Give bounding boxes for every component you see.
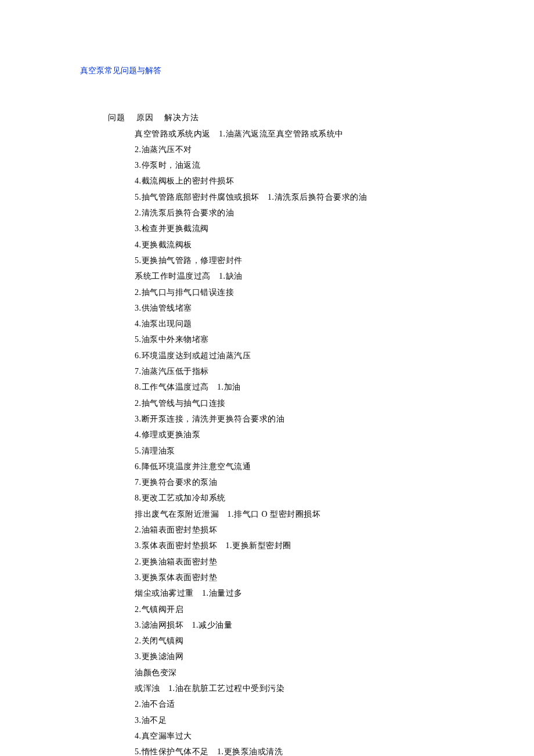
content-line: 5.更换抽气管路，修理密封件 [135,253,499,268]
content-line: 2.油蒸汽压不对 [135,142,499,157]
content-line: 3.断开泵连接，清洗并更换符合要求的油 [135,411,499,427]
content-line: 5.油泵中外来物堵塞 [135,332,499,347]
content-line: 油颜色变深 [135,665,499,681]
content-line: 4.更换截流阀板 [135,237,499,253]
content-line: 烟尘或油雾过重 1.油量过多 [135,585,499,601]
col-solution: 解决方法 [164,113,199,122]
content-line: 4.油泵出现问题 [135,316,499,332]
content-line: 3.更换滤油网 [135,649,499,664]
content-line: 4.真空漏率过大 [135,728,499,744]
content-line: 4.修理或更换油泵 [135,427,499,442]
content-line: 8.工作气体温度过高 1.加油 [135,379,499,395]
content-line: 6.降低环境温度并注意空气流通 [135,459,499,474]
content-line: 7.油蒸汽压低于指标 [135,363,499,379]
content-line: 8.更改工艺或加冷却系统 [135,490,499,506]
content-line: 5.清理油泵 [135,443,499,459]
content-line: 排出废气在泵附近泄漏 1.排气口 O 型密封圈损坏 [135,506,499,522]
col-cause: 原因 [136,113,154,122]
content-line: 2.气镇阀开启 [135,602,499,617]
content-line: 6.环境温度达到或超过油蒸汽压 [135,348,499,363]
content-line: 5.抽气管路底部密封件腐蚀或损坏 1.清洗泵后换符合要求的油 [135,189,499,205]
content-line: 2.清洗泵后换符合要求的油 [135,205,499,221]
col-problem: 问题 [108,113,125,122]
content-line: 7.更换符合要求的泵油 [135,474,499,490]
content-line: 3.更换泵体表面密封垫 [135,570,499,585]
content-line: 3.供油管线堵塞 [135,300,499,316]
content-body: 真空管路或系统内返 1.油蒸汽返流至真空管路或系统中 2.油蒸汽压不对 3.停泵… [0,126,534,756]
content-line: 3.油不足 [135,712,499,728]
content-line: 3.检查并更换截流阀 [135,221,499,236]
content-line: 或浑浊 1.油在肮脏工艺过程中受到污染 [135,681,499,696]
content-line: 2.更换油箱表面密封垫 [135,554,499,570]
column-header-row: 问题 原因 解决方法 [0,110,534,125]
content-line: 真空管路或系统内返 1.油蒸汽返流至真空管路或系统中 [135,126,499,142]
content-line: 2.油箱表面密封垫损坏 [135,522,499,538]
content-line: 4.截流阀板上的密封件损坏 [135,173,499,189]
content-line: 2.抽气管线与抽气口连接 [135,395,499,411]
content-line: 2.抽气口与排气口错误连接 [135,285,499,300]
content-line: 系统工作时温度过高 1.缺油 [135,268,499,284]
content-line: 3.停泵时，油返流 [135,157,499,173]
content-line: 3.滤油网损坏 1.减少油量 [135,617,499,633]
page-title: 真空泵常见问题与解答 [0,63,534,78]
content-line: 3.泵体表面密封垫损坏 1.更换新型密封圈 [135,538,499,553]
content-line: 5.惰性保护气体不足 1.更换泵油或清洗 [135,744,499,756]
content-line: 2.关闭气镇阀 [135,633,499,649]
content-line: 2.油不合适 [135,696,499,712]
